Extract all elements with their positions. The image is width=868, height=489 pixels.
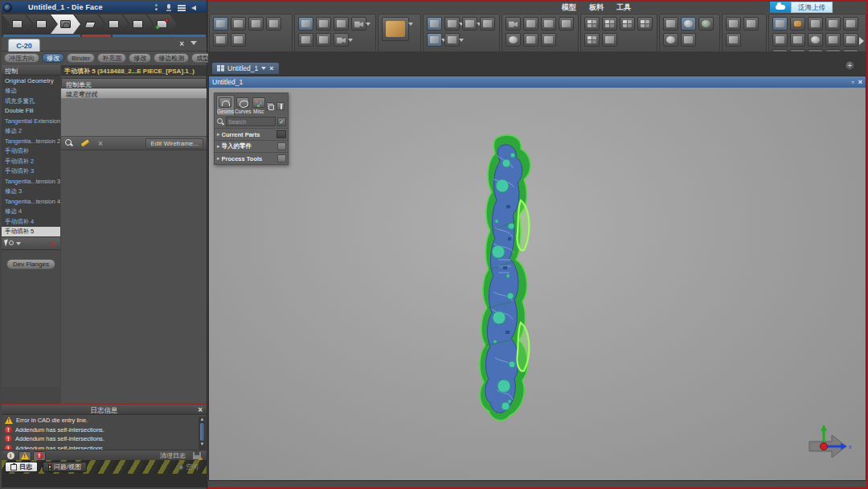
tree-item[interactable]: 填充多重孔 (2, 96, 60, 106)
show-thickness-icon[interactable] (743, 17, 759, 31)
show-surfaces-icon[interactable] (726, 17, 741, 31)
close-icon[interactable]: × (179, 39, 184, 48)
layers-icon[interactable] (541, 17, 556, 31)
analysis-draw-depth-icon[interactable] (843, 17, 858, 31)
tree-item[interactable]: Tangential Extension (2, 116, 60, 126)
tree-item[interactable]: 手动填补 2 (2, 156, 60, 166)
wand2-icon[interactable] (444, 33, 460, 47)
expand-icon[interactable]: ▸ (217, 155, 220, 162)
frame-view-icon[interactable] (334, 17, 349, 31)
section-imported-parts[interactable]: ▸ 导入的零件 (215, 140, 288, 152)
object-plane-icon[interactable] (266, 17, 281, 31)
camera-icon[interactable] (351, 17, 366, 31)
tree-item[interactable]: 修边 3 (2, 187, 60, 197)
object-sheet-icon[interactable] (213, 33, 228, 47)
tab-misc[interactable]: Misc (252, 96, 266, 115)
tree-item[interactable]: Tangentia...tension 2 (2, 136, 60, 146)
distance-icon[interactable] (427, 33, 442, 47)
video-icon[interactable] (506, 17, 521, 31)
pill-modify[interactable]: 修改 (129, 53, 151, 63)
cursor-icon[interactable] (427, 17, 442, 31)
search-filter-button[interactable]: ✓ (277, 117, 286, 126)
close-icon[interactable]: × (269, 64, 273, 72)
tree-item[interactable]: 手动填补 (2, 146, 60, 157)
wireframe-sphere-icon[interactable] (698, 17, 714, 31)
maximize-icon[interactable]: ▫ (852, 78, 854, 86)
checkbox[interactable] (277, 154, 286, 162)
analysis-globe-icon[interactable] (808, 33, 823, 47)
tree-item[interactable]: 修边 4 (2, 207, 60, 217)
tree-item[interactable]: 手动填补 3 (2, 166, 60, 177)
chevron-down-icon[interactable] (190, 41, 197, 45)
photo-icon[interactable] (523, 33, 538, 47)
clear-log-button[interactable]: 清理日志 (160, 451, 186, 460)
pill-modify-active[interactable]: 修改 (42, 53, 64, 63)
menu-blank[interactable]: 板料 (589, 2, 604, 13)
document-tab[interactable]: C-20 (8, 39, 40, 51)
scroll-down-icon[interactable]: ▼ (199, 442, 206, 447)
window-single-icon[interactable] (584, 17, 600, 31)
info-filter-button[interactable]: i (4, 451, 17, 461)
workflow-step-source[interactable] (2, 14, 32, 34)
box-view-icon[interactable] (316, 33, 331, 47)
search-input[interactable] (226, 117, 276, 126)
expand-icon[interactable]: ▸ (217, 143, 220, 150)
pill-trim-check[interactable]: 修边检测 (154, 53, 189, 63)
analysis-form-icon[interactable] (790, 17, 805, 31)
window-list-icon[interactable] (602, 33, 617, 47)
slider-icon[interactable] (663, 17, 678, 31)
cloud-upload-button[interactable]: 泛海上传 (791, 2, 833, 13)
tab-curves[interactable]: Curves (235, 96, 252, 115)
checklist-icon[interactable] (178, 4, 186, 11)
dieface-3d-model[interactable] (461, 131, 545, 427)
edit-pencil-icon[interactable] (80, 138, 90, 148)
pill-stamping-direction[interactable]: 冲压方向 (4, 53, 39, 63)
status-dot-icon[interactable] (152, 4, 160, 11)
log-entry[interactable]: ! Addendum has self-intersections. (5, 425, 207, 434)
object-surface-icon[interactable] (213, 17, 228, 31)
close-icon[interactable]: × (198, 405, 203, 414)
unlink-icon[interactable] (541, 33, 556, 47)
settings-icon[interactable] (266, 102, 274, 110)
add-viewport-button[interactable]: + (845, 60, 855, 71)
log-tab-button[interactable]: 日志 (5, 462, 38, 472)
close-icon[interactable]: × (858, 78, 862, 86)
error-filter-button[interactable]: ! (33, 451, 46, 461)
window-quad-icon[interactable] (620, 17, 635, 31)
window-horizontal-icon[interactable] (637, 17, 653, 31)
tree-item[interactable]: 修边 (2, 86, 60, 97)
pin-icon[interactable] (276, 102, 285, 110)
section-current-parts[interactable]: ▸ Current Parts (215, 128, 288, 140)
pick-add-icon[interactable] (64, 138, 74, 148)
analysis-thermo-icon[interactable] (825, 33, 841, 47)
log-scrollbar[interactable]: ▲ ▼ (199, 417, 206, 450)
hidden-line-sphere-icon[interactable] (663, 33, 678, 47)
wire-view-icon[interactable] (316, 17, 331, 31)
axis-view-icon[interactable] (298, 17, 313, 31)
warning-filter-button[interactable] (18, 451, 31, 461)
graph-view-icon[interactable] (298, 33, 313, 47)
ribbon-overflow-icon[interactable] (859, 37, 864, 45)
tree-item[interactable]: 修边 2 (2, 126, 60, 137)
log-entry[interactable]: Error in CAD die entry line. (5, 417, 207, 425)
object-shell-icon[interactable] (231, 33, 246, 47)
menu-tools[interactable]: 工具 (616, 2, 631, 13)
tree-item[interactable]: 手动填补 4 (2, 216, 60, 227)
pick-icon[interactable] (4, 239, 14, 248)
window-split-icon[interactable] (602, 17, 617, 31)
label-wand-icon[interactable] (462, 17, 477, 31)
checkbox[interactable] (277, 142, 286, 150)
viewport-tab[interactable]: Untitled_1 × (211, 62, 280, 75)
section-process-tools[interactable]: ▸ Process Tools (215, 152, 288, 164)
clock-icon[interactable] (506, 33, 521, 47)
tag-icon[interactable] (480, 17, 495, 31)
scrollbar-thumb[interactable] (200, 423, 204, 441)
press-hand-icon[interactable] (382, 17, 409, 41)
object-arch-icon[interactable] (231, 17, 246, 31)
axis-triad-gizmo[interactable]: z x (805, 422, 854, 472)
speaker-icon[interactable] (190, 4, 199, 11)
tree-item[interactable]: Original Geometry (2, 76, 60, 86)
remove-icon[interactable]: × (98, 139, 103, 148)
camera2-icon[interactable] (334, 33, 349, 47)
object-book-icon[interactable] (248, 17, 264, 31)
